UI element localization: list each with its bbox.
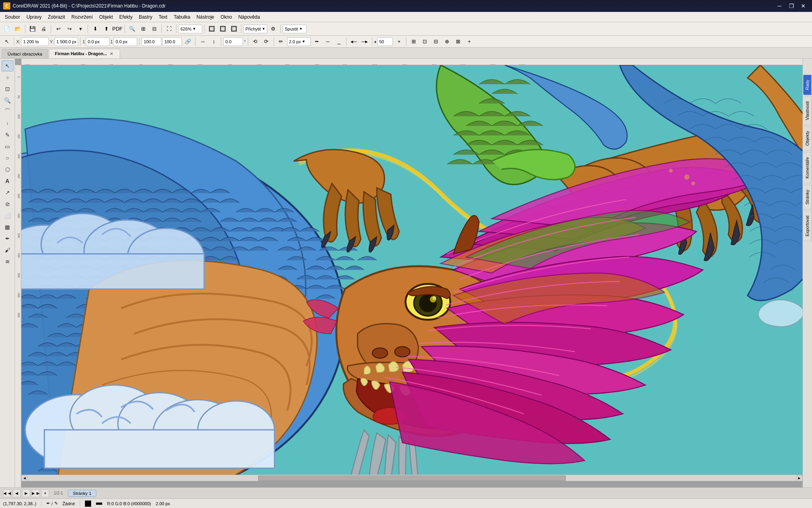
- freehand-btn[interactable]: ⌒: [2, 106, 13, 117]
- save-button[interactable]: 💾: [27, 24, 38, 34]
- menu-item-tabulka[interactable]: Tabulka: [170, 13, 193, 21]
- panel-tab-rady[interactable]: Rady: [803, 75, 812, 95]
- tab-document[interactable]: Firman Hatibu - Dragon... ✕: [49, 49, 120, 58]
- view2-button[interactable]: ⊞: [138, 24, 148, 34]
- snap-dropdown[interactable]: Přichytit▾: [243, 25, 267, 33]
- blend-btn[interactable]: ⊘: [2, 198, 13, 210]
- undo-list-button[interactable]: ▾: [75, 24, 86, 34]
- svg-text:550: 550: [198, 64, 203, 65]
- stroke-width-dropdown[interactable]: 2.0 px▾: [287, 37, 311, 46]
- snap-settings-btn[interactable]: 🔲: [218, 24, 228, 34]
- view-button[interactable]: 🔍: [127, 24, 137, 34]
- h-input[interactable]: [113, 37, 137, 46]
- stroke-icon: ✏: [276, 37, 286, 47]
- shape-tool-btn[interactable]: ⊹: [2, 72, 13, 83]
- eyedropper-btn[interactable]: ✒: [2, 233, 13, 244]
- flip-h-btn[interactable]: ↔: [197, 37, 208, 47]
- panel-tab-objekty[interactable]: Objekty: [803, 126, 812, 151]
- text-btn[interactable]: A: [2, 175, 13, 187]
- undo-button[interactable]: ↩: [53, 24, 63, 34]
- view3-button[interactable]: ⊟: [149, 24, 159, 34]
- smear-btn[interactable]: ≋: [2, 256, 13, 267]
- stroke-color-btn[interactable]: ━: [312, 37, 322, 47]
- menu-item-zobrazit[interactable]: Zobrazit: [45, 13, 68, 21]
- ungroup-btn[interactable]: ⊟: [431, 37, 441, 47]
- node-btn[interactable]: ⊠: [453, 37, 463, 47]
- crop-tool-btn[interactable]: ⊡: [2, 83, 13, 94]
- align-btn[interactable]: ⊞: [408, 37, 419, 47]
- export-button[interactable]: ⬆: [101, 24, 111, 34]
- w-percent-input[interactable]: [142, 37, 161, 46]
- panel-tab-vlastnosti[interactable]: Vlastnosti: [803, 96, 812, 125]
- tab-close-icon[interactable]: ✕: [109, 51, 114, 56]
- combine-btn[interactable]: ⊕: [442, 37, 452, 47]
- opacity-up-btn[interactable]: +: [394, 37, 404, 47]
- last-page-btn[interactable]: ►►: [32, 489, 40, 497]
- new-button[interactable]: 📄: [2, 24, 12, 34]
- rotate-right-btn[interactable]: ⟳: [261, 37, 272, 47]
- panel-tab-stranky[interactable]: Stránky: [803, 185, 812, 210]
- more-btn[interactable]: +: [464, 37, 474, 47]
- menu-item-text[interactable]: Text: [155, 13, 170, 21]
- rotate-left-btn[interactable]: ⟲: [250, 37, 260, 47]
- full-button[interactable]: ⛶: [164, 24, 174, 34]
- menu-item-rozvren[interactable]: Rozvržení: [68, 13, 96, 21]
- canvas-viewport[interactable]: ◄ ►: [21, 65, 802, 481]
- menu-item-objekt[interactable]: Objekt: [96, 13, 116, 21]
- menu-item-nstroje[interactable]: Nástroje: [193, 13, 218, 21]
- next-page-btn[interactable]: ►: [22, 489, 30, 497]
- envelope-btn[interactable]: ⬜: [2, 210, 13, 221]
- h-percent-input[interactable]: [162, 37, 182, 46]
- w-input[interactable]: [86, 37, 109, 46]
- add-page-btn[interactable]: +: [41, 489, 49, 497]
- fill-btn[interactable]: ▦: [2, 221, 13, 233]
- menu-item-npovda[interactable]: Nápověda: [235, 13, 263, 21]
- close-button[interactable]: ✕: [798, 2, 809, 10]
- arrowend-btn[interactable]: ─▸: [360, 37, 370, 47]
- rect-btn[interactable]: ▭: [2, 141, 13, 152]
- snap-options-btn[interactable]: 🔲: [229, 24, 239, 34]
- prev-page-btn[interactable]: ◄: [13, 489, 21, 497]
- first-page-btn[interactable]: ◄◄: [3, 489, 11, 497]
- snap-btn[interactable]: 🔲: [207, 24, 217, 34]
- y-input[interactable]: [54, 37, 78, 46]
- pdf-button[interactable]: PDF: [112, 24, 123, 34]
- menu-item-upravy[interactable]: Upravy: [23, 13, 45, 21]
- angle-input[interactable]: [223, 37, 243, 46]
- zoom-dropdown[interactable]: 626%▾: [178, 25, 202, 33]
- ellipse-btn[interactable]: ○: [2, 152, 13, 164]
- connector-btn[interactable]: ↗: [2, 187, 13, 198]
- horizontal-scrollbar[interactable]: ◄ ►: [21, 475, 802, 481]
- flip-v-btn[interactable]: ↕: [209, 37, 219, 47]
- group-btn[interactable]: ⊡: [419, 37, 430, 47]
- print-button[interactable]: 🖨: [38, 24, 49, 34]
- opacity-input[interactable]: [377, 37, 393, 46]
- import-button[interactable]: ⬇: [90, 24, 100, 34]
- paintbucket-btn[interactable]: 🖌: [2, 244, 13, 256]
- stroke-type-btn[interactable]: ─: [323, 37, 333, 47]
- page-tab-1[interactable]: Stránky 1: [68, 490, 96, 497]
- select-tool-btn[interactable]: ↖: [2, 60, 13, 71]
- dash-btn[interactable]: ⎯: [334, 37, 344, 47]
- run-dropdown[interactable]: Spustit▾: [283, 25, 306, 33]
- arrowstart-btn[interactable]: ◂─: [349, 37, 359, 47]
- x-input[interactable]: [21, 37, 49, 46]
- options-button[interactable]: ⚙: [268, 24, 278, 34]
- minimize-button[interactable]: ─: [774, 2, 785, 10]
- panel-tab-komentare[interactable]: Komentáře: [803, 152, 812, 184]
- menu-item-bastry[interactable]: Bastry: [136, 13, 155, 21]
- restore-button[interactable]: ❐: [786, 2, 797, 10]
- tab-welcome[interactable]: Úvitací obrazovka: [2, 49, 48, 58]
- open-button[interactable]: 📂: [13, 24, 23, 34]
- panel-tab-exportovat[interactable]: Exportovat: [803, 210, 812, 242]
- redo-button[interactable]: ↪: [64, 24, 75, 34]
- pen-btn[interactable]: ✎: [2, 129, 13, 140]
- menu-item-soubor[interactable]: Soubor: [2, 13, 23, 21]
- tool-options-1[interactable]: ↖: [2, 37, 12, 47]
- zoom-tool-btn[interactable]: 🔍: [2, 95, 13, 106]
- polygon-btn[interactable]: ⬡: [2, 164, 13, 175]
- lock-ratio-btn[interactable]: 🔗: [183, 37, 193, 47]
- smartfill-btn[interactable]: ≀: [2, 118, 13, 129]
- menu-item-efekty[interactable]: Efekty: [116, 13, 136, 21]
- menu-item-okno[interactable]: Okno: [217, 13, 235, 21]
